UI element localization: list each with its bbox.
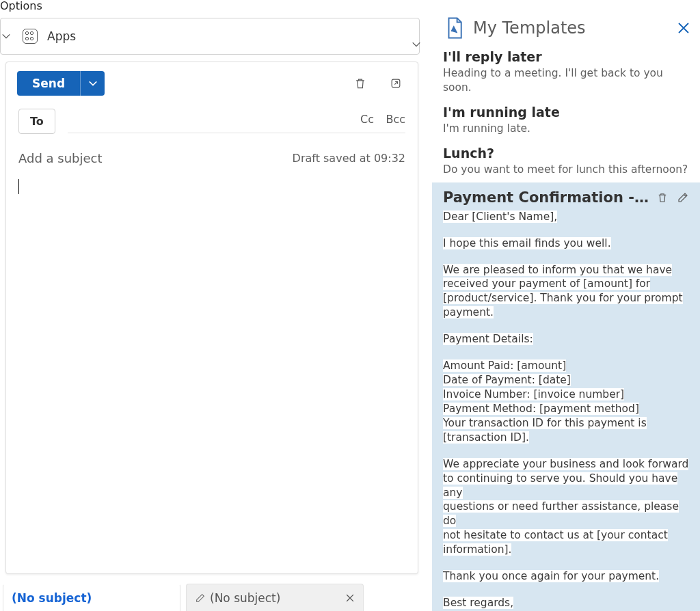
edit-icon[interactable] bbox=[677, 191, 689, 204]
trash-icon[interactable] bbox=[656, 191, 669, 204]
to-input[interactable]: Cc Bcc bbox=[68, 109, 405, 133]
send-button-label[interactable]: Send bbox=[17, 71, 80, 96]
compose-toolbar: Send bbox=[6, 62, 418, 100]
subject-input[interactable]: Add a subject bbox=[18, 151, 103, 165]
apps-button-row: Apps bbox=[0, 18, 420, 55]
apps-icon bbox=[23, 29, 38, 44]
draft-tab[interactable]: (No subject) bbox=[186, 584, 364, 611]
compose-pane: Send To Cc Bcc Add a subject Draft saved… bbox=[5, 62, 418, 574]
ribbon-tab-options[interactable]: Options bbox=[0, 0, 42, 12]
template-item[interactable]: I'm running late I'm running late. bbox=[432, 100, 700, 141]
popout-icon[interactable] bbox=[389, 76, 403, 91]
panel-title: My Templates bbox=[473, 18, 677, 38]
template-title: Lunch? bbox=[443, 146, 689, 161]
template-item[interactable]: Lunch? Do you want to meet for lunch thi… bbox=[432, 141, 700, 182]
draft-tabs: (No subject) (No subject) bbox=[3, 584, 364, 611]
send-dropdown[interactable] bbox=[80, 71, 105, 96]
bcc-button[interactable]: Bcc bbox=[386, 113, 405, 126]
apps-label[interactable]: Apps bbox=[47, 29, 76, 43]
cc-button[interactable]: Cc bbox=[360, 113, 374, 126]
send-button[interactable]: Send bbox=[17, 71, 105, 96]
template-title: I'm running late bbox=[443, 105, 689, 120]
close-icon[interactable] bbox=[345, 593, 355, 603]
close-icon[interactable] bbox=[677, 21, 690, 35]
templates-icon bbox=[444, 16, 465, 40]
subject-row: Add a subject Draft saved at 09:32 bbox=[6, 141, 418, 169]
template-preview: Do you want to meet for lunch this after… bbox=[443, 163, 689, 177]
ribbon: Options Apps bbox=[0, 0, 424, 55]
template-preview: Heading to a meeting. I'll get back to y… bbox=[443, 66, 689, 95]
to-button[interactable]: To bbox=[18, 109, 55, 134]
to-row: To Cc Bcc bbox=[6, 100, 418, 141]
tab-label: (No subject) bbox=[210, 591, 280, 605]
template-preview: I'm running late. bbox=[443, 122, 689, 136]
chevron-down-icon[interactable] bbox=[1, 31, 11, 41]
my-templates-panel: My Templates I'll reply later Heading to… bbox=[432, 0, 700, 611]
template-item[interactable]: I'll reply later Heading to a meeting. I… bbox=[432, 45, 700, 100]
template-item-selected[interactable]: Payment Confirmation - Than... Dear [Cli… bbox=[432, 182, 700, 611]
message-body[interactable] bbox=[6, 169, 418, 580]
draft-status: Draft saved at 09:32 bbox=[293, 152, 405, 165]
template-title: I'll reply later bbox=[443, 49, 689, 64]
template-body: Dear [Client's Name], I hope this email … bbox=[443, 206, 689, 611]
text-caret bbox=[18, 179, 19, 194]
pencil-icon bbox=[195, 593, 206, 603]
trash-icon[interactable] bbox=[353, 76, 367, 91]
draft-tab-active[interactable]: (No subject) bbox=[3, 584, 180, 611]
template-title: Payment Confirmation - Than... bbox=[443, 189, 651, 206]
chevron-down-icon[interactable] bbox=[412, 40, 421, 49]
tab-label: (No subject) bbox=[12, 591, 92, 605]
